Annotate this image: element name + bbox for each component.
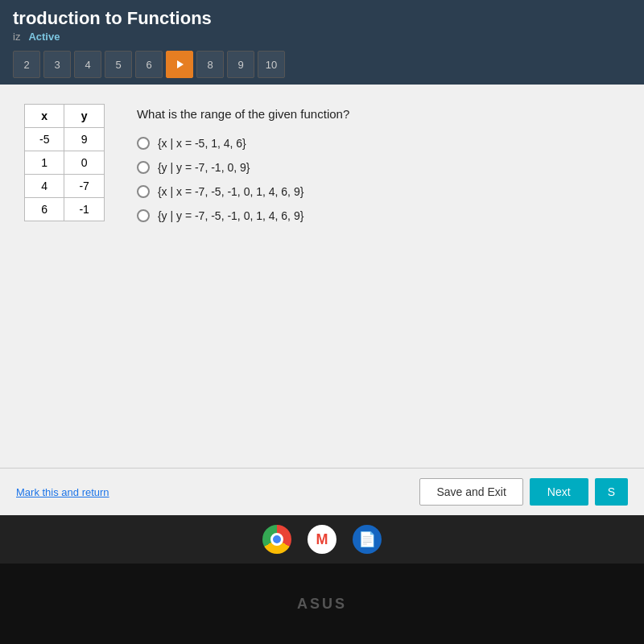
nav-btn-7-active	[166, 51, 193, 78]
table-cell: 1	[25, 151, 64, 175]
table-cell: 4	[25, 175, 64, 198]
content-area: x y -5 9 1 0 4 -7	[0, 85, 644, 471]
save-exit-button[interactable]: Save and Exit	[419, 478, 522, 506]
answer-text-3: {x | x = -7, -5, -1, 0, 1, 4, 6, 9}	[158, 185, 303, 198]
nav-btn-6[interactable]: 6	[135, 51, 163, 78]
nav-btn-8[interactable]: 8	[196, 51, 224, 78]
chrome-inner-circle	[270, 533, 283, 546]
nav-btn-2[interactable]: 2	[13, 51, 40, 78]
table-row: 4 -7	[25, 175, 105, 198]
table-row: 6 -1	[25, 198, 105, 221]
table-cell: -5	[25, 128, 64, 151]
next-button[interactable]: Next	[530, 478, 588, 506]
cursor-icon	[177, 60, 184, 68]
gmail-icon[interactable]: M	[308, 525, 336, 554]
footer-buttons: Save and Exit Next S	[419, 478, 628, 506]
answer-text-1: {x | x = -5, 1, 4, 6}	[158, 137, 246, 150]
quiz-label: iz	[13, 31, 20, 43]
google-drive-icon[interactable]: 📄	[353, 525, 382, 554]
screen: troduction to Functions iz Active 2 3 4 …	[0, 0, 644, 515]
radio-3[interactable]	[137, 185, 150, 198]
asus-brand: ASUS	[297, 596, 347, 613]
table-cell: 6	[25, 198, 64, 221]
radio-4[interactable]	[137, 209, 150, 222]
function-table: x y -5 9 1 0 4 -7	[24, 104, 105, 221]
table-row: -5 9	[25, 128, 105, 151]
header-sub: iz Active	[13, 31, 631, 43]
answer-option-4[interactable]: {y | y = -7, -5, -1, 0, 1, 4, 6, 9}	[137, 209, 620, 222]
table-cell: -7	[64, 175, 104, 198]
nav-btn-5[interactable]: 5	[105, 51, 132, 78]
bottom-strip: ASUS	[0, 564, 644, 644]
chrome-icon[interactable]	[262, 525, 291, 554]
radio-2[interactable]	[137, 161, 150, 174]
left-panel: x y -5 9 1 0 4 -7	[24, 104, 105, 452]
nav-btn-4[interactable]: 4	[74, 51, 101, 78]
answer-option-1[interactable]: {x | x = -5, 1, 4, 6}	[137, 137, 620, 150]
question-nav: 2 3 4 5 6 8 9 10	[0, 46, 644, 85]
table-header-x: x	[25, 105, 64, 128]
table-cell: 9	[64, 128, 104, 151]
page-title: troduction to Functions	[13, 8, 631, 29]
question-text: What is the range of the given function?	[137, 107, 620, 121]
mark-return-link[interactable]: Mark this and return	[16, 486, 109, 498]
right-panel: What is the range of the given function?…	[137, 104, 620, 452]
table-cell: -1	[64, 198, 104, 221]
answer-text-2: {y | y = -7, -1, 0, 9}	[158, 161, 250, 174]
nav-btn-3[interactable]: 3	[43, 51, 71, 78]
radio-1[interactable]	[137, 137, 150, 150]
nav-btn-9[interactable]: 9	[227, 51, 254, 78]
nav-btn-10[interactable]: 10	[258, 51, 285, 78]
answer-option-2[interactable]: {y | y = -7, -1, 0, 9}	[137, 161, 620, 174]
footer-bar: Mark this and return Save and Exit Next …	[0, 468, 644, 515]
table-row: 1 0	[25, 151, 105, 175]
table-cell: 0	[64, 151, 104, 175]
submit-button[interactable]: S	[595, 478, 628, 506]
active-badge: Active	[28, 31, 60, 43]
table-header-y: y	[64, 105, 104, 128]
answer-option-3[interactable]: {x | x = -7, -5, -1, 0, 1, 4, 6, 9}	[137, 185, 620, 198]
header: troduction to Functions iz Active	[0, 0, 644, 46]
taskbar: M 📄	[0, 515, 644, 564]
answer-text-4: {y | y = -7, -5, -1, 0, 1, 4, 6, 9}	[158, 209, 303, 222]
